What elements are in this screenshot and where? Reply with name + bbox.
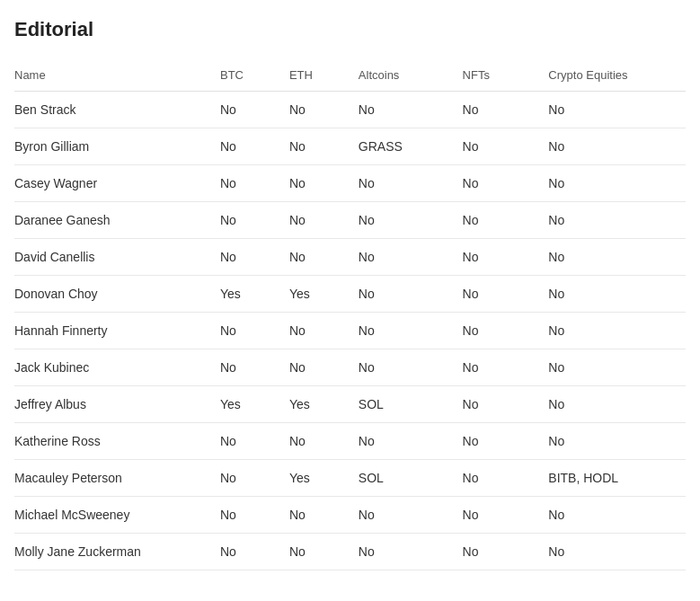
cell-nfts-10: No bbox=[463, 460, 549, 497]
cell-nfts-11: No bbox=[463, 497, 549, 534]
cell-altcoins-3: No bbox=[359, 202, 463, 239]
cell-nfts-4: No bbox=[463, 239, 549, 276]
cell-eth-9: No bbox=[289, 423, 359, 460]
cell-altcoins-6: No bbox=[359, 313, 463, 349]
cell-crypto_equities-1: No bbox=[548, 128, 686, 165]
cell-nfts-3: No bbox=[463, 202, 549, 239]
cell-crypto_equities-4: No bbox=[548, 239, 686, 276]
cell-name-0: Ben Strack bbox=[14, 92, 220, 128]
table-header-row: Name BTC ETH Altcoins NFTs Crypto Equiti… bbox=[14, 59, 686, 92]
cell-name-10: Macauley Peterson bbox=[14, 460, 220, 497]
cell-eth-8: Yes bbox=[289, 386, 359, 423]
cell-name-2: Casey Wagner bbox=[14, 165, 220, 202]
table-row: David CanellisNoNoNoNoNo bbox=[14, 239, 686, 276]
table-row: Ben StrackNoNoNoNoNo bbox=[14, 92, 686, 128]
cell-btc-2: No bbox=[220, 165, 289, 202]
cell-eth-10: Yes bbox=[289, 460, 359, 497]
cell-altcoins-7: No bbox=[359, 349, 463, 386]
cell-btc-9: No bbox=[220, 423, 289, 460]
cell-altcoins-2: No bbox=[359, 165, 463, 202]
cell-altcoins-0: No bbox=[359, 92, 463, 128]
cell-eth-7: No bbox=[289, 349, 359, 386]
cell-eth-6: No bbox=[289, 313, 359, 349]
cell-btc-10: No bbox=[220, 460, 289, 497]
cell-btc-5: Yes bbox=[220, 276, 289, 313]
cell-name-12: Molly Jane Zuckerman bbox=[14, 534, 220, 570]
cell-crypto_equities-2: No bbox=[548, 165, 686, 202]
table-row: Jack KubinecNoNoNoNoNo bbox=[14, 349, 686, 386]
header-altcoins: Altcoins bbox=[359, 59, 463, 92]
cell-altcoins-11: No bbox=[359, 497, 463, 534]
cell-altcoins-5: No bbox=[359, 276, 463, 313]
header-name: Name bbox=[14, 59, 220, 92]
page-title: Editorial bbox=[14, 18, 686, 41]
table-row: Jeffrey AlbusYesYesSOLNoNo bbox=[14, 386, 686, 423]
cell-altcoins-10: SOL bbox=[359, 460, 463, 497]
cell-nfts-2: No bbox=[463, 165, 549, 202]
cell-altcoins-8: SOL bbox=[359, 386, 463, 423]
cell-name-4: David Canellis bbox=[14, 239, 220, 276]
cell-crypto_equities-5: No bbox=[548, 276, 686, 313]
cell-btc-4: No bbox=[220, 239, 289, 276]
cell-name-5: Donovan Choy bbox=[14, 276, 220, 313]
cell-name-11: Michael McSweeney bbox=[14, 497, 220, 534]
cell-eth-11: No bbox=[289, 497, 359, 534]
cell-btc-12: No bbox=[220, 534, 289, 570]
cell-btc-3: No bbox=[220, 202, 289, 239]
table-row: Casey WagnerNoNoNoNoNo bbox=[14, 165, 686, 202]
cell-nfts-9: No bbox=[463, 423, 549, 460]
editorial-table: Name BTC ETH Altcoins NFTs Crypto Equiti… bbox=[14, 59, 686, 570]
cell-nfts-0: No bbox=[463, 92, 549, 128]
cell-crypto_equities-7: No bbox=[548, 349, 686, 386]
cell-crypto_equities-8: No bbox=[548, 386, 686, 423]
cell-crypto_equities-12: No bbox=[548, 534, 686, 570]
cell-nfts-5: No bbox=[463, 276, 549, 313]
cell-eth-1: No bbox=[289, 128, 359, 165]
cell-nfts-1: No bbox=[463, 128, 549, 165]
cell-crypto_equities-10: BITB, HODL bbox=[548, 460, 686, 497]
cell-eth-2: No bbox=[289, 165, 359, 202]
cell-crypto_equities-3: No bbox=[548, 202, 686, 239]
cell-btc-6: No bbox=[220, 313, 289, 349]
header-eth: ETH bbox=[289, 59, 359, 92]
cell-eth-12: No bbox=[289, 534, 359, 570]
cell-name-3: Daranee Ganesh bbox=[14, 202, 220, 239]
header-crypto-equities: Crypto Equities bbox=[548, 59, 686, 92]
cell-btc-0: No bbox=[220, 92, 289, 128]
cell-name-8: Jeffrey Albus bbox=[14, 386, 220, 423]
table-row: Daranee GaneshNoNoNoNoNo bbox=[14, 202, 686, 239]
cell-btc-11: No bbox=[220, 497, 289, 534]
cell-crypto_equities-11: No bbox=[548, 497, 686, 534]
cell-name-7: Jack Kubinec bbox=[14, 349, 220, 386]
cell-btc-1: No bbox=[220, 128, 289, 165]
cell-eth-0: No bbox=[289, 92, 359, 128]
cell-altcoins-4: No bbox=[359, 239, 463, 276]
table-row: Donovan ChoyYesYesNoNoNo bbox=[14, 276, 686, 313]
cell-crypto_equities-0: No bbox=[548, 92, 686, 128]
cell-btc-7: No bbox=[220, 349, 289, 386]
header-btc: BTC bbox=[220, 59, 289, 92]
cell-name-6: Hannah Finnerty bbox=[14, 313, 220, 349]
cell-eth-3: No bbox=[289, 202, 359, 239]
header-nfts: NFTs bbox=[463, 59, 549, 92]
table-row: Macauley PetersonNoYesSOLNoBITB, HODL bbox=[14, 460, 686, 497]
table-row: Molly Jane ZuckermanNoNoNoNoNo bbox=[14, 534, 686, 570]
table-row: Hannah FinnertyNoNoNoNoNo bbox=[14, 313, 686, 349]
cell-name-1: Byron Gilliam bbox=[14, 128, 220, 165]
cell-eth-4: No bbox=[289, 239, 359, 276]
cell-altcoins-12: No bbox=[359, 534, 463, 570]
cell-nfts-8: No bbox=[463, 386, 549, 423]
cell-crypto_equities-9: No bbox=[548, 423, 686, 460]
cell-eth-5: Yes bbox=[289, 276, 359, 313]
cell-nfts-6: No bbox=[463, 313, 549, 349]
cell-btc-8: Yes bbox=[220, 386, 289, 423]
table-row: Byron GilliamNoNoGRASSNoNo bbox=[14, 128, 686, 165]
cell-nfts-7: No bbox=[463, 349, 549, 386]
cell-altcoins-9: No bbox=[359, 423, 463, 460]
table-row: Katherine RossNoNoNoNoNo bbox=[14, 423, 686, 460]
cell-altcoins-1: GRASS bbox=[359, 128, 463, 165]
cell-crypto_equities-6: No bbox=[548, 313, 686, 349]
cell-name-9: Katherine Ross bbox=[14, 423, 220, 460]
table-row: Michael McSweeneyNoNoNoNoNo bbox=[14, 497, 686, 534]
cell-nfts-12: No bbox=[463, 534, 549, 570]
